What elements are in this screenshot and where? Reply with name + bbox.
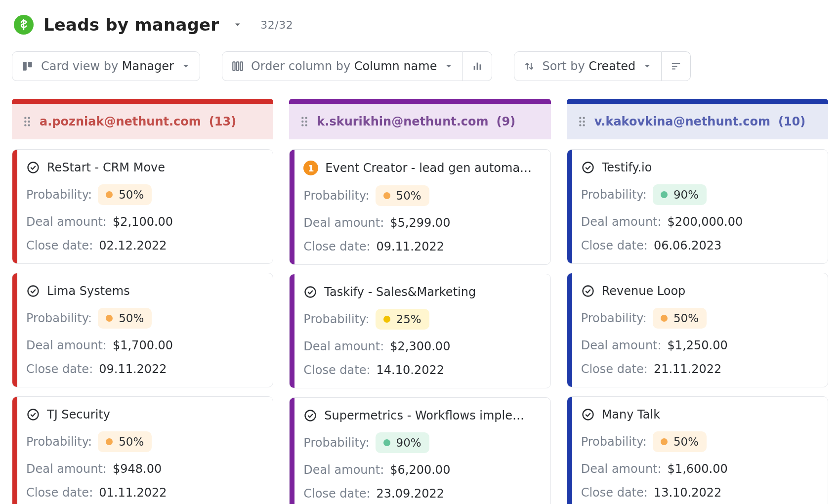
close-date-line: Close date:14.10.2022 xyxy=(303,363,539,377)
bar-chart-icon xyxy=(472,61,483,72)
card-view-selector[interactable]: Card view by Manager xyxy=(12,51,200,81)
svg-rect-2 xyxy=(233,62,235,70)
deal-amount-value: $200,000.00 xyxy=(668,215,743,229)
close-date-value: 09.11.2022 xyxy=(99,362,167,376)
close-date-line: Close date:06.06.2023 xyxy=(581,239,817,252)
check-circle-icon xyxy=(26,284,40,298)
probability-line: Probability:50% xyxy=(26,184,262,205)
svg-point-26 xyxy=(583,117,585,119)
kanban-board: a.pozniak@nethunt.com(13)ReStart - CRM M… xyxy=(12,99,828,504)
deal-amount-label: Deal amount: xyxy=(581,338,662,352)
order-column-selector[interactable]: Order column by Column name xyxy=(222,51,463,81)
column-count: (9) xyxy=(497,115,516,128)
column-count: (13) xyxy=(209,115,236,128)
svg-point-15 xyxy=(28,286,39,296)
card-title: Event Creator - lead gen automa… xyxy=(325,161,532,175)
lead-card[interactable]: 1Event Creator - lead gen automa…Probabi… xyxy=(289,149,550,265)
lead-card[interactable]: TJ SecurityProbability:50%Deal amount:$9… xyxy=(12,396,273,504)
status-dot-icon xyxy=(106,438,113,445)
probability-label: Probability: xyxy=(303,312,369,326)
drag-handle-icon[interactable] xyxy=(300,116,309,127)
deal-amount-line: Deal amount:$2,300.00 xyxy=(303,339,539,353)
svg-point-18 xyxy=(305,117,307,119)
kanban-column: k.skurikhin@nethunt.com(9)1Event Creator… xyxy=(289,99,550,504)
svg-point-9 xyxy=(28,117,30,119)
lead-card[interactable]: Taskify - Sales&MarketingProbability:25%… xyxy=(289,274,550,388)
column-header[interactable]: v.kakovkina@nethunt.com(10) xyxy=(567,104,828,139)
lead-card[interactable]: Lima SystemsProbability:50%Deal amount:$… xyxy=(12,273,273,387)
probability-label: Probability: xyxy=(581,435,647,449)
deal-amount-value: $948.00 xyxy=(113,462,162,476)
svg-point-33 xyxy=(583,410,593,420)
chart-button[interactable] xyxy=(463,51,492,81)
kanban-column: v.kakovkina@nethunt.com(10)Testify.ioPro… xyxy=(567,99,828,504)
probability-value: 90% xyxy=(396,436,421,449)
probability-pill: 90% xyxy=(653,184,707,205)
column-topbar xyxy=(567,99,828,104)
svg-point-31 xyxy=(583,163,593,173)
probability-value: 50% xyxy=(119,435,144,448)
card-title: TJ Security xyxy=(47,408,110,421)
close-date-label: Close date: xyxy=(581,362,648,376)
lead-card[interactable]: Testify.ioProbability:90%Deal amount:$20… xyxy=(567,149,828,264)
svg-rect-6 xyxy=(477,63,478,70)
svg-point-14 xyxy=(28,163,39,173)
deal-amount-line: Deal amount:$1,700.00 xyxy=(26,338,262,352)
deal-amount-value: $2,100.00 xyxy=(113,215,173,229)
deal-amount-label: Deal amount: xyxy=(26,462,107,476)
probability-value: 90% xyxy=(673,188,699,201)
card-header-row: Revenue Loop xyxy=(581,284,817,298)
probability-line: Probability:50% xyxy=(26,431,262,452)
probability-pill: 50% xyxy=(653,431,707,452)
svg-point-17 xyxy=(301,117,303,119)
deal-amount-value: $1,250.00 xyxy=(668,338,728,352)
probability-line: Probability:90% xyxy=(303,432,539,453)
sort-direction-button[interactable] xyxy=(662,51,691,81)
svg-rect-7 xyxy=(480,64,481,70)
order-column-group: Order column by Column name xyxy=(222,51,493,81)
svg-rect-0 xyxy=(23,62,27,70)
column-cards: Testify.ioProbability:90%Deal amount:$20… xyxy=(567,149,828,504)
status-dot-icon xyxy=(661,315,668,322)
column-count: (10) xyxy=(778,115,805,128)
card-header-row: Testify.io xyxy=(581,161,817,174)
check-circle-icon xyxy=(303,285,317,299)
card-accent xyxy=(12,397,17,504)
status-dot-icon xyxy=(661,438,668,445)
status-dot-icon xyxy=(106,191,113,198)
probability-pill: 25% xyxy=(376,309,429,330)
drag-handle-icon[interactable] xyxy=(23,116,32,127)
sort-by-selector[interactable]: Sort by Created xyxy=(514,51,662,81)
probability-line: Probability:50% xyxy=(581,431,817,452)
status-dot-icon xyxy=(661,191,668,198)
close-date-label: Close date: xyxy=(26,362,93,376)
record-counter: 32/32 xyxy=(260,19,293,31)
close-date-label: Close date: xyxy=(303,240,370,253)
column-title: a.pozniak@nethunt.com xyxy=(40,115,201,128)
probability-pill: 50% xyxy=(653,308,707,329)
column-header[interactable]: k.skurikhin@nethunt.com(9) xyxy=(289,104,550,139)
dollar-icon xyxy=(14,15,34,35)
close-date-line: Close date:21.11.2022 xyxy=(581,362,817,376)
sort-desc-icon xyxy=(671,61,681,72)
deal-amount-line: Deal amount:$1,600.00 xyxy=(581,462,817,476)
title-dropdown[interactable] xyxy=(229,16,247,34)
lead-card[interactable]: ReStart - CRM MoveProbability:50%Deal am… xyxy=(12,149,273,264)
check-circle-icon xyxy=(581,408,595,421)
close-date-value: 09.11.2022 xyxy=(377,240,444,253)
column-title: k.skurikhin@nethunt.com xyxy=(317,115,488,128)
card-header-row: TJ Security xyxy=(26,408,262,421)
deal-amount-line: Deal amount:$2,100.00 xyxy=(26,215,262,229)
drag-handle-icon[interactable] xyxy=(578,116,587,127)
column-header[interactable]: a.pozniak@nethunt.com(13) xyxy=(12,104,273,139)
lead-card[interactable]: Revenue LoopProbability:50%Deal amount:$… xyxy=(567,273,828,387)
card-title: Supermetrics - Workflows imple… xyxy=(324,409,524,422)
probability-label: Probability: xyxy=(581,311,647,325)
lead-card[interactable]: Supermetrics - Workflows imple…Probabili… xyxy=(289,397,550,504)
card-accent xyxy=(290,398,294,504)
check-circle-icon xyxy=(581,161,595,174)
deal-amount-value: $2,300.00 xyxy=(390,339,450,353)
sort-by-label: Sort by Created xyxy=(542,59,635,73)
lead-card[interactable]: Many TalkProbability:50%Deal amount:$1,6… xyxy=(567,396,828,504)
card-title: Revenue Loop xyxy=(602,284,686,298)
